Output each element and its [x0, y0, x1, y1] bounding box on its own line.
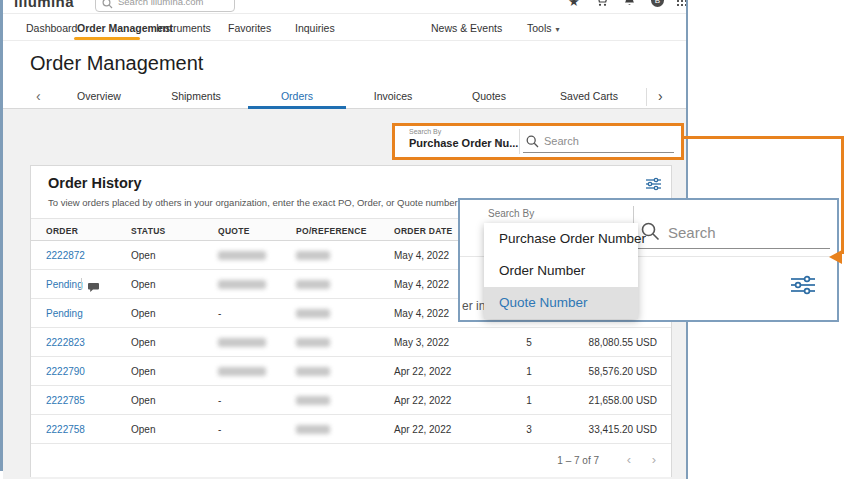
order-search-input[interactable]: Search: [544, 135, 579, 147]
order-search-input[interactable]: Search: [668, 224, 716, 241]
nav-item-favorites[interactable]: Favorites: [228, 22, 271, 34]
quote-value: -: [218, 424, 221, 435]
nav-item-news-events[interactable]: News & Events: [431, 22, 502, 34]
col-po-reference: PO/REFERENCE: [296, 226, 367, 236]
quote-value: -: [218, 308, 221, 319]
screenshot-canvas: illumina Search illumina.com ★ B Dashboa…: [0, 0, 850, 479]
search-by-control: Search By Purchase Order Nu... ▾ Search: [392, 123, 684, 160]
menu-item-order-number[interactable]: Order Number: [484, 255, 638, 287]
nav-item-instruments[interactable]: Instruments: [156, 22, 211, 34]
redacted-quote: [218, 338, 266, 347]
frame-left-edge: [0, 0, 3, 471]
tabs-prev-chevron-icon[interactable]: ‹: [36, 88, 41, 104]
order-date: May 3, 2022: [394, 337, 449, 348]
order-link[interactable]: 2222872: [46, 250, 85, 261]
order-link[interactable]: 2222758: [46, 424, 85, 435]
nav-item-tools[interactable]: Tools▾: [527, 22, 560, 34]
status-value: Open: [131, 424, 155, 435]
table-row[interactable]: 2222790 Open Apr 22, 2022 1 58,576.20 US…: [31, 357, 671, 386]
order-link[interactable]: Pending: [46, 308, 83, 319]
order-date: Apr 22, 2022: [394, 366, 451, 377]
table-row[interactable]: 2222785 Open - Apr 22, 2022 1 21,658.00 …: [31, 386, 671, 415]
status-value: Open: [131, 337, 155, 348]
cell-divider: [81, 278, 82, 290]
tab-saved-carts[interactable]: Saved Carts: [560, 90, 618, 102]
nav-item-inquiries[interactable]: Inquiries: [295, 22, 335, 34]
page-next-chevron-icon[interactable]: ›: [652, 452, 656, 467]
primary-nav: Dashboard Order Management Instruments F…: [3, 14, 687, 41]
status-value: Open: [131, 308, 155, 319]
redacted-po: [296, 251, 330, 260]
search-by-label: Search By: [488, 208, 534, 219]
tab-quotes[interactable]: Quotes: [472, 90, 506, 102]
items-count: 3: [519, 424, 539, 435]
col-order-date: ORDER DATE: [394, 226, 453, 236]
pagination-range: 1 – 7 of 7: [557, 455, 599, 466]
note-bubble-icon[interactable]: [88, 279, 100, 297]
order-total: 58,576.20 USD: [589, 366, 657, 377]
redacted-quote: [218, 367, 266, 376]
redacted-quote: [218, 251, 266, 260]
order-date: May 4, 2022: [394, 308, 449, 319]
order-total: 21,658.00 USD: [589, 395, 657, 406]
status-value: Open: [131, 250, 155, 261]
search-icon: [526, 134, 539, 152]
callout-arrow: [829, 250, 842, 264]
tab-shipments[interactable]: Shipments: [171, 90, 221, 102]
search-by-dropdown-menu: Purchase Order Number Order Number Quote…: [484, 223, 638, 319]
items-count: 1: [519, 395, 539, 406]
order-date: May 4, 2022: [394, 279, 449, 290]
redacted-po: [296, 280, 330, 289]
order-link[interactable]: Pending: [46, 279, 83, 290]
search-by-dropdown[interactable]: Purchase Order Nu...: [409, 137, 518, 149]
status-value: Open: [131, 366, 155, 377]
tab-overview[interactable]: Overview: [77, 90, 121, 102]
tab-orders[interactable]: Orders: [281, 90, 313, 102]
order-history-title: Order History: [48, 175, 141, 191]
redacted-po: [296, 396, 330, 405]
quote-value: -: [218, 395, 221, 406]
redacted-quote: [218, 280, 266, 289]
callout-line-horizontal: [681, 136, 844, 139]
chevron-down-icon: ▾: [556, 25, 560, 34]
search-by-label: Search By: [409, 128, 441, 135]
page-header: Order Management: [3, 41, 687, 85]
order-total: 88,080.55 USD: [589, 337, 657, 348]
order-date: May 4, 2022: [394, 250, 449, 261]
tab-invoices[interactable]: Invoices: [374, 90, 413, 102]
global-search-placeholder: Search illumina.com: [118, 0, 204, 7]
active-nav-underline: [74, 37, 140, 40]
page-prev-chevron-icon[interactable]: ‹: [627, 452, 631, 467]
table-row[interactable]: 2222758 Open - Apr 22, 2022 3 33,415.20 …: [31, 415, 671, 444]
filter-sliders-icon[interactable]: [645, 176, 662, 196]
order-link[interactable]: 2222790: [46, 366, 85, 377]
bell-icon[interactable]: [623, 0, 636, 10]
chevron-down-icon[interactable]: ▾: [497, 138, 502, 148]
redacted-po: [296, 338, 330, 347]
table-row[interactable]: 2222823 Open May 3, 2022 5 88,080.55 USD: [31, 328, 671, 357]
status-value: Open: [131, 395, 155, 406]
col-status: STATUS: [131, 226, 166, 236]
items-count: 5: [519, 337, 539, 348]
nav-item-dashboard[interactable]: Dashboard: [26, 22, 77, 34]
pagination: 1 – 7 of 7 ‹ ›: [31, 444, 671, 477]
user-avatar[interactable]: B: [651, 0, 664, 7]
global-search-input[interactable]: Search illumina.com: [95, 0, 235, 12]
redacted-po: [296, 425, 330, 434]
search-icon: [102, 0, 113, 13]
filter-sliders-icon[interactable]: [790, 274, 816, 300]
redacted-po: [296, 309, 330, 318]
order-history-subtitle: To view orders placed by others in your …: [48, 197, 510, 208]
section-tabs: ‹ Overview Shipments Orders Invoices Quo…: [3, 85, 687, 109]
clipped-background-text: er in: [462, 299, 485, 313]
tabs-next-chevron-icon[interactable]: ›: [658, 88, 663, 104]
order-link[interactable]: 2222785: [46, 395, 85, 406]
menu-item-purchase-order-number[interactable]: Purchase Order Number: [484, 223, 638, 255]
col-order: ORDER: [46, 226, 78, 236]
col-quote: QUOTE: [218, 226, 250, 236]
star-icon[interactable]: ★: [568, 0, 580, 9]
callout-line-vertical: [841, 136, 844, 254]
menu-item-quote-number[interactable]: Quote Number: [484, 287, 638, 319]
order-link[interactable]: 2222823: [46, 337, 85, 348]
cart-icon[interactable]: [595, 0, 608, 10]
